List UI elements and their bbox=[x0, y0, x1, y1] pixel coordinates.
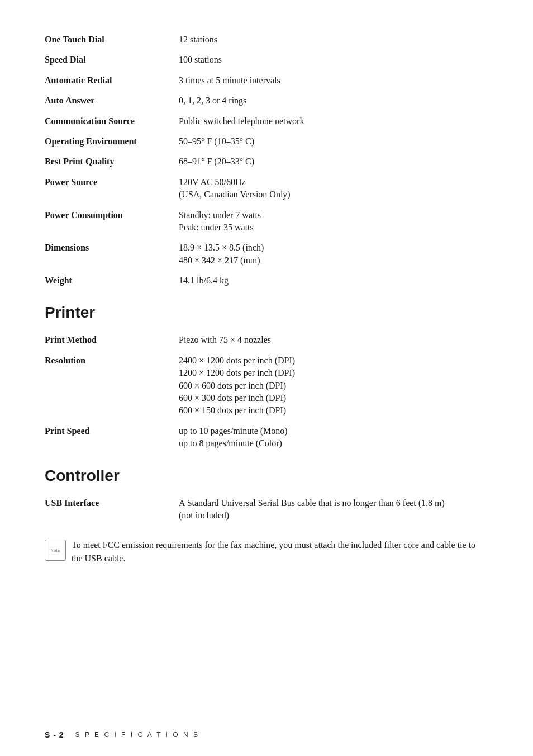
spec-value: 2400 × 1200 dots per inch (DPI)1200 × 12… bbox=[179, 355, 488, 417]
spec-value: 100 stations bbox=[179, 54, 488, 66]
spec-label: Dimensions bbox=[45, 242, 179, 254]
table-row: Dimensions18.9 × 13.5 × 8.5 (inch)480 × … bbox=[45, 242, 488, 267]
spec-label: Resolution bbox=[45, 355, 179, 367]
note-box: Note To meet FCC emission requirements f… bbox=[45, 538, 488, 565]
spec-value: Public switched telephone network bbox=[179, 115, 488, 127]
spec-label: Print Method bbox=[45, 334, 179, 346]
note-icon: Note bbox=[45, 540, 66, 561]
table-row: Communication SourcePublic switched tele… bbox=[45, 115, 488, 127]
spec-value: 14.1 lb/6.4 kg bbox=[179, 275, 488, 287]
table-row: Best Print Quality68–91° F (20–33° C) bbox=[45, 155, 488, 168]
spec-label: Weight bbox=[45, 275, 179, 287]
spec-label: Power Consumption bbox=[45, 209, 179, 221]
spec-value: Standby: under 7 wattsPeak: under 35 wat… bbox=[179, 209, 488, 234]
controller-section-title: Controller bbox=[45, 467, 488, 485]
table-row: Speed Dial100 stations bbox=[45, 54, 488, 66]
table-row: One Touch Dial12 stations bbox=[45, 34, 488, 46]
printer-specs-table: Print MethodPiezo with 75 × 4 nozzlesRes… bbox=[45, 334, 488, 450]
footer-page-number: S - 2 bbox=[45, 730, 64, 739]
footer-section-label: S P E C I F I C A T I O N S bbox=[75, 731, 199, 739]
spec-value: 68–91° F (20–33° C) bbox=[179, 155, 488, 168]
spec-value: 18.9 × 13.5 × 8.5 (inch)480 × 342 × 217 … bbox=[179, 242, 488, 267]
spec-label: Communication Source bbox=[45, 115, 179, 127]
controller-specs-table: USB InterfaceA Standard Universal Serial… bbox=[45, 497, 488, 522]
table-row: Auto Answer0, 1, 2, 3 or 4 rings bbox=[45, 94, 488, 107]
table-row: Resolution2400 × 1200 dots per inch (DPI… bbox=[45, 355, 488, 417]
spec-label: Speed Dial bbox=[45, 54, 179, 66]
table-row: Print MethodPiezo with 75 × 4 nozzles bbox=[45, 334, 488, 346]
spec-label: Best Print Quality bbox=[45, 155, 179, 168]
spec-value: 120V AC 50/60Hz(USA, Canadian Version On… bbox=[179, 176, 488, 201]
table-row: Automatic Redial3 times at 5 minute inte… bbox=[45, 74, 488, 87]
controller-section: Controller USB InterfaceA Standard Unive… bbox=[45, 467, 488, 522]
printer-section-title: Printer bbox=[45, 304, 488, 322]
page-content: One Touch Dial12 stationsSpeed Dial100 s… bbox=[0, 0, 533, 610]
spec-label: Auto Answer bbox=[45, 94, 179, 107]
spec-label: Print Speed bbox=[45, 425, 179, 437]
spec-value: 3 times at 5 minute intervals bbox=[179, 74, 488, 87]
spec-value: A Standard Universal Serial Bus cable th… bbox=[179, 497, 488, 522]
spec-value: 12 stations bbox=[179, 34, 488, 46]
spec-value: up to 10 pages/minute (Mono)up to 8 page… bbox=[179, 425, 488, 450]
spec-label: Power Source bbox=[45, 176, 179, 188]
spec-label: Operating Environment bbox=[45, 135, 179, 148]
table-row: USB InterfaceA Standard Universal Serial… bbox=[45, 497, 488, 522]
spec-label: Automatic Redial bbox=[45, 74, 179, 87]
printer-section: Printer Print MethodPiezo with 75 × 4 no… bbox=[45, 304, 488, 450]
spec-label: USB Interface bbox=[45, 497, 179, 509]
table-row: Operating Environment50–95° F (10–35° C) bbox=[45, 135, 488, 148]
fax-specs-table: One Touch Dial12 stationsSpeed Dial100 s… bbox=[45, 34, 488, 287]
spec-value: Piezo with 75 × 4 nozzles bbox=[179, 334, 488, 346]
spec-value: 0, 1, 2, 3 or 4 rings bbox=[179, 94, 488, 107]
table-row: Weight14.1 lb/6.4 kg bbox=[45, 275, 488, 287]
spec-label: One Touch Dial bbox=[45, 34, 179, 46]
note-text: To meet FCC emission requirements for th… bbox=[72, 538, 488, 565]
table-row: Power Source120V AC 50/60Hz(USA, Canadia… bbox=[45, 176, 488, 201]
table-row: Power ConsumptionStandby: under 7 wattsP… bbox=[45, 209, 488, 234]
page-footer: S - 2 S P E C I F I C A T I O N S bbox=[45, 730, 488, 739]
table-row: Print Speedup to 10 pages/minute (Mono)u… bbox=[45, 425, 488, 450]
spec-value: 50–95° F (10–35° C) bbox=[179, 135, 488, 148]
